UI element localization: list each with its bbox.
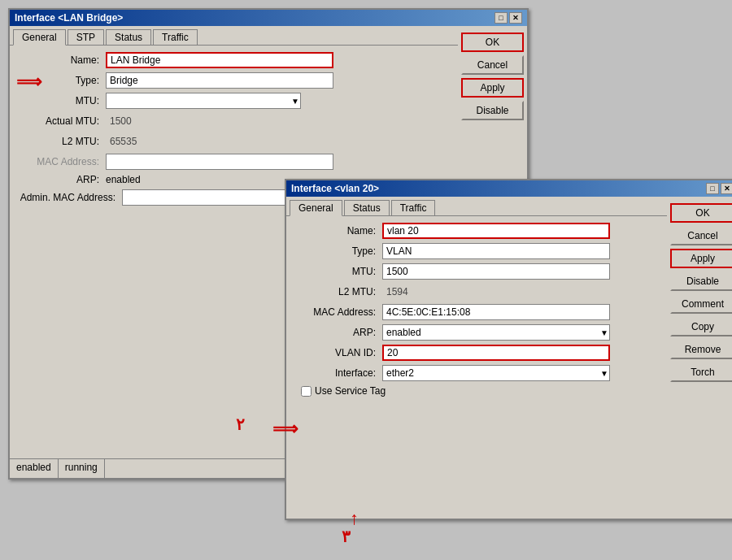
status-cell-2: running bbox=[59, 459, 105, 478]
name-row-1: Name: bbox=[16, 52, 451, 68]
name-label-2: Name: bbox=[293, 225, 382, 237]
arp-label-1: ARP: bbox=[16, 174, 106, 185]
cancel-button-1[interactable]: Cancel bbox=[461, 55, 524, 75]
type-input-2[interactable] bbox=[382, 243, 610, 259]
interface-select-wrapper: ▼ bbox=[382, 365, 610, 381]
arp-row-2: ARP: ▼ bbox=[293, 324, 660, 341]
arp-select-wrapper-2: ▼ bbox=[382, 324, 610, 341]
arp-value-1: enabled bbox=[106, 174, 141, 185]
vlan-id-label: VLAN ID: bbox=[293, 347, 382, 358]
mac-label-2: MAC Address: bbox=[293, 306, 382, 318]
mac-input-1[interactable] bbox=[106, 154, 333, 170]
tab-general-2[interactable]: General bbox=[290, 200, 342, 216]
close-btn-2[interactable]: ✕ bbox=[721, 183, 732, 194]
mac-row-2: MAC Address: bbox=[293, 304, 660, 320]
ok-button-2[interactable]: OK bbox=[670, 203, 732, 223]
tab-general-1[interactable]: General bbox=[13, 29, 66, 46]
type-row-2: Type: bbox=[293, 243, 660, 259]
disable-button-2[interactable]: Disable bbox=[670, 271, 732, 291]
annotation-number-3: ۳ bbox=[342, 527, 351, 546]
l2-mtu-row-2: L2 MTU: 1594 bbox=[293, 284, 660, 300]
annotation-arrow-3: ↑ bbox=[350, 508, 359, 529]
l2-mtu-label-1: L2 MTU: bbox=[16, 136, 106, 147]
tabs-lan-bridge: General STP Status Traffic bbox=[10, 26, 458, 45]
window2-title: Interface <vlan 20> bbox=[291, 183, 379, 194]
status-cell-1: enabled bbox=[10, 459, 59, 478]
vlan-id-row: VLAN ID: bbox=[293, 345, 660, 361]
copy-button[interactable]: Copy bbox=[670, 317, 732, 336]
disable-button-1[interactable]: Disable bbox=[461, 101, 524, 120]
admin-mac-label-1: Admin. MAC Address: bbox=[16, 192, 122, 203]
l2-mtu-label-2: L2 MTU: bbox=[293, 286, 382, 297]
mtu-row-2: MTU: bbox=[293, 263, 660, 280]
name-row-2: Name: bbox=[293, 223, 660, 239]
interface-input[interactable] bbox=[382, 365, 610, 381]
name-label-1: Name: bbox=[16, 54, 106, 66]
tab-traffic-1[interactable]: Traffic bbox=[153, 29, 198, 45]
actual-mtu-label-1: Actual MTU: bbox=[16, 115, 106, 127]
use-service-tag-label: Use Service Tag bbox=[315, 385, 386, 397]
tabs-vlan20: General Status Traffic bbox=[286, 197, 667, 215]
title-bar-vlan20: Interface <vlan 20> □ ✕ bbox=[286, 180, 732, 197]
annotation-arrow-1: ⟹ bbox=[16, 72, 42, 93]
side-buttons-2: OK Cancel Apply Disable Comment Copy Rem… bbox=[667, 197, 732, 407]
minimize-btn-1[interactable]: □ bbox=[495, 12, 508, 24]
vlan-id-input[interactable] bbox=[382, 345, 610, 361]
title-bar-lan-bridge: Interface <LAN Bridge> □ ✕ bbox=[10, 10, 527, 26]
mac-label-1: MAC Address: bbox=[16, 156, 106, 167]
l2-mtu-value-1: 65535 bbox=[106, 133, 333, 150]
window1-title: Interface <LAN Bridge> bbox=[15, 12, 123, 24]
mac-input-2[interactable] bbox=[382, 304, 610, 320]
use-service-tag-checkbox[interactable] bbox=[301, 386, 312, 397]
actual-mtu-row-1: Actual MTU: 1500 bbox=[16, 113, 451, 129]
apply-button-1[interactable]: Apply bbox=[461, 78, 524, 98]
apply-button-2[interactable]: Apply bbox=[670, 249, 732, 268]
mac-row-1: MAC Address: bbox=[16, 154, 451, 170]
interface-label: Interface: bbox=[293, 367, 382, 379]
l2-mtu-row-1: L2 MTU: 65535 bbox=[16, 133, 451, 150]
arp-label-2: ARP: bbox=[293, 327, 382, 338]
l2-mtu-value-2: 1594 bbox=[382, 284, 610, 300]
interface-row: Interface: ▼ bbox=[293, 365, 660, 381]
tab-status-1[interactable]: Status bbox=[106, 29, 151, 45]
mtu-label-1: MTU: bbox=[16, 95, 106, 106]
tab-status-2[interactable]: Status bbox=[344, 200, 390, 215]
cancel-button-2[interactable]: Cancel bbox=[670, 226, 732, 245]
remove-button[interactable]: Remove bbox=[670, 340, 732, 359]
annotation-arrow-2: ⟹ bbox=[272, 419, 298, 440]
tab-traffic-2[interactable]: Traffic bbox=[391, 200, 436, 215]
torch-button[interactable]: Torch bbox=[670, 362, 732, 382]
close-btn-1[interactable]: ✕ bbox=[509, 12, 522, 24]
arp-input-2[interactable] bbox=[382, 324, 610, 341]
type-input-1[interactable] bbox=[106, 72, 333, 89]
title-bar-controls-1: □ ✕ bbox=[495, 12, 522, 24]
mtu-input-2[interactable] bbox=[382, 263, 610, 280]
minimize-btn-2[interactable]: □ bbox=[706, 183, 719, 194]
actual-mtu-value-1: 1500 bbox=[106, 113, 333, 129]
annotation-number-2: ۲ bbox=[236, 415, 245, 434]
mtu-row-1: MTU: ▼ bbox=[16, 93, 451, 109]
comment-button[interactable]: Comment bbox=[670, 294, 732, 314]
name-input-2[interactable] bbox=[382, 223, 610, 239]
tab-content-2: Name: Type: MTU: L2 MTU: 1594 bbox=[286, 215, 667, 407]
mtu-select-wrapper-1: ▼ bbox=[106, 93, 301, 109]
admin-mac-input-1[interactable] bbox=[122, 189, 309, 206]
mtu-label-2: MTU: bbox=[293, 266, 382, 277]
use-service-tag-row: Use Service Tag bbox=[293, 385, 660, 397]
type-row-1: Type: bbox=[16, 72, 451, 89]
title-bar-controls-2: □ ✕ bbox=[706, 183, 732, 194]
tab-stp[interactable]: STP bbox=[68, 29, 104, 45]
type-label-2: Type: bbox=[293, 245, 382, 257]
mtu-input-1[interactable] bbox=[106, 93, 301, 109]
name-input-1[interactable] bbox=[106, 52, 333, 68]
window-vlan20: Interface <vlan 20> □ ✕ General Status T… bbox=[285, 179, 732, 520]
ok-button-1[interactable]: OK bbox=[461, 33, 524, 52]
